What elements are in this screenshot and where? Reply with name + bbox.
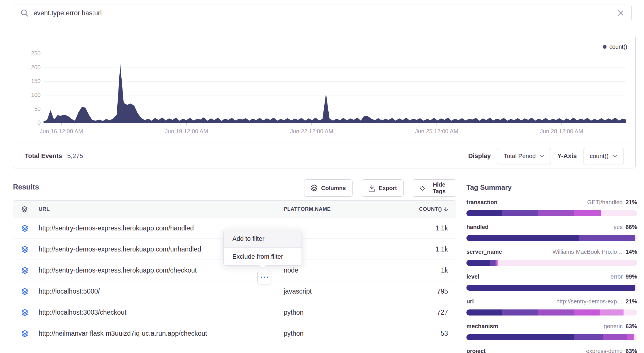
tag-distribution-bar[interactable] — [466, 309, 637, 316]
tag-row-url: urlhttp://sentry-demos-exp…21% — [466, 298, 637, 316]
tag-summary-title: Tag Summary — [466, 183, 637, 191]
display-select-value: Total Period — [504, 153, 536, 159]
tag-bar-segment[interactable] — [466, 260, 490, 266]
display-label: Display — [468, 152, 491, 160]
export-button[interactable]: Export — [362, 179, 404, 197]
total-events-value: 5,275 — [67, 152, 83, 160]
count-cell[interactable]: 53 — [405, 330, 448, 337]
stack-icon — [21, 309, 39, 316]
search-query[interactable]: event.type:error has:url — [33, 9, 617, 17]
tag-percent: 21% — [626, 199, 637, 206]
x-axis-tick-label: Jun 22 12:00 AM — [290, 128, 333, 135]
tag-distribution-bar[interactable] — [466, 334, 637, 340]
columns-stack-icon — [311, 184, 318, 192]
tag-bar-segment[interactable] — [635, 285, 637, 291]
tag-bar-segment[interactable] — [466, 309, 502, 316]
tag-bar-segment[interactable] — [574, 210, 601, 216]
platform-cell[interactable]: python — [284, 330, 405, 337]
tag-distribution-bar[interactable] — [466, 210, 637, 216]
table-row[interactable]: http://localhost:3003/checkoutpython727 — [13, 302, 456, 323]
yaxis-select[interactable]: count() — [583, 148, 624, 164]
x-axis-tick — [186, 123, 187, 125]
count-cell[interactable]: 1.1k — [405, 245, 448, 253]
table-row[interactable]: http://localhost:5000/javascript795 — [13, 281, 456, 302]
tag-bar-segment[interactable] — [634, 334, 637, 340]
results-heading: Results — [13, 183, 39, 191]
tag-bar-segment[interactable] — [627, 334, 634, 340]
tag-name: handled — [466, 224, 489, 230]
display-select[interactable]: Total Period — [497, 148, 551, 164]
tag-name: url — [466, 298, 474, 305]
tag-bar-segment[interactable] — [490, 260, 496, 266]
count-cell[interactable]: 1k — [405, 266, 448, 274]
tag-bar-segment[interactable] — [603, 334, 627, 340]
tag-top-value: GET|/handled — [587, 199, 623, 206]
tag-bar-segment[interactable] — [635, 235, 637, 241]
column-header-platform[interactable]: PLATFORM.NAME — [284, 206, 405, 212]
tag-top-value: generic — [604, 323, 623, 330]
x-axis-tick-label: Jun 28 12:00 AM — [540, 128, 583, 135]
tag-bar-segment[interactable] — [466, 235, 579, 241]
y-axis-tick-label: 250 — [20, 50, 41, 57]
tag-bar-segment[interactable] — [538, 210, 574, 216]
tag-row-level: levelerror99% — [466, 273, 637, 291]
url-cell[interactable]: http://neilmanvar-flask-m3uuizd7iq-uc.a.… — [39, 330, 284, 337]
column-header-count[interactable]: COUNT() — [405, 206, 448, 212]
chevron-down-icon — [613, 155, 617, 157]
cell-action-menu: Add to filter Exclude from filter — [223, 230, 302, 266]
tag-bar-segment[interactable] — [574, 334, 603, 340]
yaxis-label: Y-Axis — [557, 152, 577, 160]
tag-bar-segment[interactable] — [601, 210, 637, 216]
y-axis-tick-label: 200 — [20, 64, 41, 71]
tag-distribution-bar[interactable] — [466, 260, 637, 266]
count-cell[interactable]: 727 — [405, 309, 448, 316]
url-cell[interactable]: http://localhost:5000/ — [39, 288, 284, 295]
tag-bar-segment[interactable] — [600, 309, 624, 316]
platform-cell[interactable]: node — [284, 266, 405, 274]
table-row[interactable]: http://neilmanvar-flask-m3uuizd7iq-uc.a.… — [13, 323, 456, 344]
tag-bar-segment[interactable] — [502, 309, 538, 316]
search-bar[interactable]: event.type:error has:url — [13, 5, 632, 21]
chevron-down-icon — [540, 155, 544, 157]
url-cell[interactable]: http://sentry-demos-express.herokuapp.co… — [39, 266, 284, 274]
tag-top-value: error — [611, 273, 623, 280]
column-header-url[interactable]: URL — [39, 206, 284, 212]
total-events-label: Total Events — [25, 152, 62, 160]
tag-bar-segment[interactable] — [624, 309, 637, 316]
tag-top-value: yes — [614, 224, 623, 230]
tag-icon — [419, 185, 425, 192]
tag-bar-segment[interactable] — [502, 210, 538, 216]
url-cell[interactable]: http://localhost:3003/checkout — [39, 309, 284, 316]
y-axis-tick-label: 0 — [20, 119, 41, 126]
tag-bar-segment[interactable] — [538, 309, 574, 316]
tag-bar-segment[interactable] — [574, 309, 600, 316]
hide-tags-button[interactable]: Hide Tags — [413, 179, 456, 197]
discover-page: event.type:error has:url count() 2502001… — [0, 0, 644, 353]
tag-bar-segment[interactable] — [496, 260, 498, 266]
tag-distribution-bar[interactable] — [466, 235, 637, 241]
tag-bar-segment[interactable] — [466, 334, 574, 340]
count-cell[interactable]: 795 — [405, 288, 448, 295]
tag-name: server_name — [466, 249, 502, 255]
tag-distribution-bar[interactable] — [466, 285, 637, 291]
count-cell[interactable]: 1.1k — [405, 224, 448, 232]
search-icon — [20, 9, 29, 17]
tag-bar-segment[interactable] — [466, 210, 502, 216]
y-axis-tick-label: 150 — [20, 78, 41, 85]
tag-bar-segment[interactable] — [466, 285, 635, 291]
tag-bar-segment[interactable] — [498, 260, 637, 266]
tag-name: project — [466, 348, 486, 353]
platform-cell[interactable]: javascript — [284, 288, 405, 295]
columns-button[interactable]: Columns — [304, 179, 353, 197]
tag-name: level — [466, 273, 479, 280]
platform-cell[interactable]: python — [284, 309, 405, 316]
export-button-label: Export — [379, 185, 397, 191]
stack-icon — [21, 225, 39, 232]
menu-item-add-to-filter[interactable]: Add to filter — [224, 230, 302, 248]
cell-actions-ellipsis-button[interactable] — [257, 270, 271, 284]
stack-icon — [21, 206, 39, 213]
clear-search-icon[interactable] — [617, 9, 624, 17]
tag-bar-segment[interactable] — [579, 235, 635, 241]
chart-footer: Total Events 5,275 Display Total Period … — [13, 144, 635, 168]
events-area-chart[interactable]: 250200150100500Jun 16 12:00 AMJun 19 12:… — [44, 54, 626, 123]
